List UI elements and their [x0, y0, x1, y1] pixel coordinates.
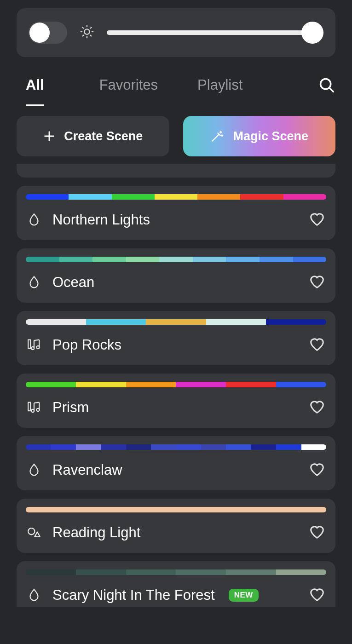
scene-card[interactable]: Reading Light — [17, 499, 335, 553]
scene-row: Scary Night In The ForestNEW — [26, 585, 326, 605]
color-segment — [126, 569, 176, 575]
search-icon[interactable] — [318, 76, 335, 106]
color-segment — [276, 569, 326, 575]
svg-line-10 — [329, 88, 333, 92]
slider-knob[interactable] — [301, 22, 323, 44]
scene-row: Northern Lights — [26, 210, 326, 230]
color-segment — [159, 257, 193, 262]
color-segment — [101, 444, 126, 450]
droplet-icon — [26, 587, 42, 603]
scene-name: Scary Night In The Forest — [52, 587, 215, 604]
color-segment — [26, 444, 51, 450]
slider-track — [107, 30, 323, 35]
svg-line-6 — [90, 35, 92, 36]
color-segment — [126, 257, 160, 262]
color-segment — [151, 444, 176, 450]
tab-all[interactable]: All — [26, 77, 44, 106]
color-segment — [301, 444, 326, 450]
scene-card[interactable]: Prism — [17, 374, 335, 428]
color-segment — [176, 382, 226, 387]
wand-icon — [210, 129, 225, 144]
brightness-slider[interactable] — [107, 22, 323, 44]
scene-row: Ocean — [26, 272, 326, 293]
svg-line-8 — [90, 27, 92, 29]
color-bar — [26, 507, 326, 512]
color-segment — [76, 569, 126, 575]
color-segment — [197, 194, 240, 200]
color-segment — [155, 194, 197, 200]
color-bar — [26, 569, 326, 575]
favorite-heart-icon[interactable] — [308, 585, 326, 605]
magic-scene-button[interactable]: Magic Scene — [183, 116, 336, 156]
scene-name: Ravenclaw — [52, 462, 122, 478]
color-segment — [276, 444, 301, 450]
magic-scene-label: Magic Scene — [233, 129, 308, 144]
scene-card[interactable]: Northern Lights — [17, 186, 335, 240]
color-segment — [226, 257, 260, 262]
color-segment — [193, 257, 226, 262]
scene-card[interactable]: Ravenclaw — [17, 436, 335, 490]
scene-row: Prism — [26, 397, 326, 418]
music-icon — [26, 337, 42, 353]
scene-row: Reading Light — [26, 523, 326, 543]
color-segment — [276, 382, 326, 387]
color-bar — [26, 194, 326, 200]
color-segment — [126, 444, 151, 450]
color-segment — [112, 194, 155, 200]
color-segment — [146, 319, 206, 325]
power-toggle[interactable] — [29, 22, 67, 44]
favorite-heart-icon[interactable] — [308, 210, 326, 230]
color-segment — [26, 507, 326, 512]
color-segment — [59, 257, 93, 262]
color-bar — [26, 257, 326, 262]
scene-card[interactable]: Scary Night In The ForestNEW — [17, 561, 335, 607]
action-row: Create Scene Magic Scene — [17, 116, 335, 156]
scene-name: Ocean — [52, 274, 94, 291]
color-segment — [26, 194, 69, 200]
create-scene-label: Create Scene — [64, 129, 143, 144]
scene-name: Reading Light — [52, 524, 140, 541]
droplet-icon — [26, 275, 42, 290]
color-segment — [176, 444, 201, 450]
color-segment — [26, 382, 76, 387]
color-segment — [240, 194, 283, 200]
svg-line-7 — [82, 35, 84, 36]
svg-point-0 — [84, 29, 89, 34]
color-segment — [92, 257, 126, 262]
favorite-heart-icon[interactable] — [308, 523, 326, 543]
color-segment — [260, 257, 293, 262]
color-segment — [226, 569, 276, 575]
scene-card-partial-top[interactable] — [17, 164, 335, 178]
color-bar — [26, 444, 326, 450]
favorite-heart-icon[interactable] — [308, 460, 326, 480]
droplet-icon — [26, 212, 42, 228]
tab-playlist[interactable]: Playlist — [197, 77, 242, 106]
tabs: All Favorites Playlist — [17, 76, 335, 106]
color-segment — [26, 319, 86, 325]
control-panel — [17, 8, 335, 57]
color-segment — [69, 194, 111, 200]
color-segment — [26, 569, 76, 575]
plus-icon — [43, 130, 56, 143]
color-segment — [251, 444, 276, 450]
favorite-heart-icon[interactable] — [308, 397, 326, 418]
svg-line-5 — [82, 27, 84, 29]
scene-name: Prism — [52, 399, 89, 416]
color-segment — [126, 382, 176, 387]
color-segment — [226, 444, 251, 450]
favorite-heart-icon[interactable] — [308, 335, 326, 355]
create-scene-button[interactable]: Create Scene — [17, 116, 169, 156]
shapes-icon — [26, 525, 42, 540]
tab-favorites[interactable]: Favorites — [99, 77, 158, 106]
favorite-heart-icon[interactable] — [308, 272, 326, 293]
scene-card[interactable]: Pop Rocks — [17, 311, 335, 365]
scene-name: Pop Rocks — [52, 337, 121, 353]
toggle-knob — [29, 23, 50, 43]
color-segment — [201, 444, 226, 450]
color-bar — [26, 319, 326, 325]
brightness-icon — [79, 24, 95, 41]
scene-card[interactable]: Ocean — [17, 248, 335, 303]
color-segment — [226, 382, 276, 387]
new-badge: NEW — [229, 589, 259, 602]
scene-list: Northern LightsOceanPop RocksPrismRavenc… — [17, 186, 335, 607]
